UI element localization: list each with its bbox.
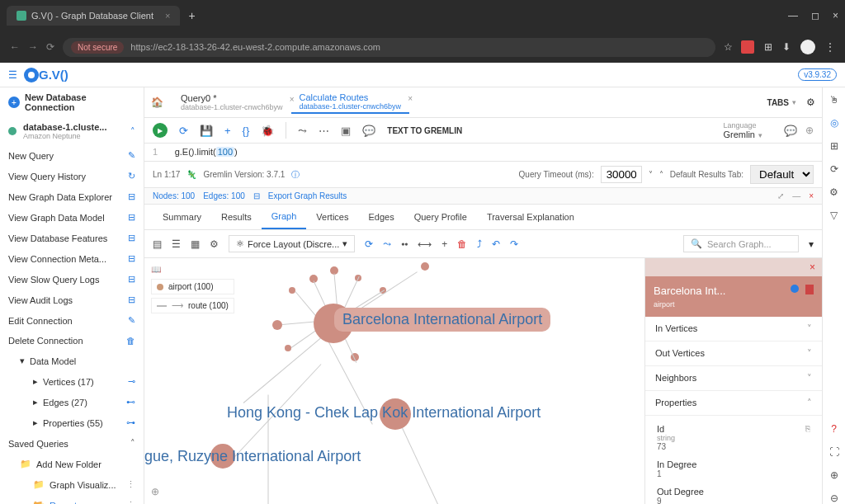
profile-avatar-icon[interactable] (800, 40, 815, 54)
forward-icon[interactable]: → (28, 41, 38, 53)
sidebar-slow-query[interactable]: View Slow Query Logs⊟ (0, 269, 144, 290)
sidebar-data-explorer[interactable]: New Graph Data Explorer⊟ (0, 186, 144, 207)
console-icon[interactable]: ▣ (341, 125, 351, 137)
fit-icon[interactable]: ⟷ (418, 238, 432, 250)
sidebar-audit-logs[interactable]: View Audit Logs⊟ (0, 290, 144, 310)
code-editor[interactable]: 1 g.E().limit(100) (144, 144, 822, 162)
section-properties[interactable]: Properties˄ (645, 391, 822, 416)
tree-edges[interactable]: ▸Edges (27)⊷ (0, 392, 144, 412)
copy-icon[interactable]: ⎘ (805, 424, 810, 433)
default-tab-select[interactable]: Default (750, 165, 814, 184)
menu-icon[interactable]: ⋮ (825, 41, 835, 53)
caret-down-icon[interactable]: ˅ (649, 170, 653, 179)
tab-graph[interactable]: Graph (262, 205, 307, 229)
caret-down-icon[interactable]: ▾ (792, 98, 796, 106)
delete-node-icon[interactable] (805, 285, 814, 294)
dots-icon[interactable]: ⋯ (319, 125, 329, 137)
text-gremlin-icon[interactable]: 💬 (362, 125, 375, 137)
graph-edge[interactable] (400, 423, 450, 504)
tab-traversal-expl[interactable]: Traversal Explanation (477, 205, 584, 228)
help-icon[interactable]: ? (831, 423, 837, 435)
filter-icon[interactable]: ▤ (153, 238, 162, 250)
back-icon[interactable]: ← (10, 41, 20, 53)
reload-icon[interactable]: ⟳ (46, 41, 54, 53)
new-connection-button[interactable]: + New Database Connection (0, 87, 144, 117)
tab-query-profile[interactable]: Query Profile (404, 205, 477, 228)
node-label-hongkong[interactable]: Hong Kong - Chek Lap Kok International A… (227, 404, 541, 422)
graph-node[interactable] (285, 345, 291, 351)
feedback-icon[interactable]: 💬 (784, 125, 797, 137)
sidebar-query-history[interactable]: View Query History↻ (0, 166, 144, 186)
tab-vertices[interactable]: Vertices (306, 205, 358, 228)
export-graph-icon[interactable]: ⤴ (477, 238, 482, 250)
download-icon[interactable]: ⬇ (782, 41, 791, 53)
delete-icon[interactable]: 🗑 (457, 238, 467, 250)
align-icon[interactable]: ☰ (172, 238, 181, 250)
refresh-icon[interactable]: ⟳ (179, 125, 188, 137)
legend-toggle-icon[interactable]: 📖 (151, 265, 234, 274)
settings-icon[interactable]: ⚙ (829, 186, 838, 198)
legend-route[interactable]: ⟶route (100) (151, 298, 234, 313)
bug-icon[interactable]: 🐞 (261, 125, 274, 137)
cursor-icon[interactable]: 🖱 (829, 94, 839, 106)
graph-edge[interactable] (243, 334, 326, 403)
sidebar-connection-meta[interactable]: View Connection Meta...⊟ (0, 248, 144, 269)
gear-icon[interactable]: ⚙ (806, 97, 815, 108)
graph-node[interactable] (272, 320, 282, 330)
layout-select[interactable]: ⚛ Force Layout (Discre... ▾ (229, 235, 355, 252)
caret-up-icon[interactable]: ˄ (659, 170, 663, 179)
sidebar-new-query[interactable]: New Query✎ (0, 145, 144, 166)
fullscreen-icon[interactable]: ⛶ (829, 446, 839, 458)
target-icon[interactable]: ◎ (830, 117, 838, 129)
add-node-icon[interactable]: + (441, 238, 447, 250)
run-button[interactable]: ▶ (153, 123, 168, 138)
tree-properties[interactable]: ▸Properties (55)⊶ (0, 412, 144, 433)
edges-count[interactable]: Edges: 100 (203, 191, 245, 200)
tab-summary[interactable]: Summary (153, 205, 211, 228)
graph-canvas[interactable]: 📖 airport (100) ⟶route (100) Barcelona I (144, 258, 822, 504)
query-tab-1[interactable]: Calculate Routes database-1.cluster-cnwc… (291, 91, 410, 114)
close-icon[interactable]: × (408, 94, 413, 103)
caret-down-icon[interactable]: ▾ (809, 238, 814, 250)
saved-queries-tree[interactable]: Saved Queries ˄ (0, 433, 144, 454)
plus-icon[interactable]: + (224, 125, 231, 137)
palette-icon[interactable]: ▦ (191, 238, 200, 250)
close-panel-icon[interactable]: × (810, 261, 815, 273)
legend-airport[interactable]: airport (100) (151, 279, 234, 294)
refresh-icon[interactable]: ⟳ (830, 163, 838, 175)
chevron-up-icon[interactable]: ˄ (130, 126, 135, 137)
extension-icon[interactable] (741, 40, 754, 54)
braces-icon[interactable]: {} (243, 125, 250, 137)
save-icon[interactable]: 💾 (200, 125, 213, 137)
graph-node[interactable] (289, 287, 295, 294)
tree-vertices[interactable]: ▸Vertices (17)⊸ (0, 371, 144, 392)
menu-icon[interactable]: ⋮ (126, 479, 135, 490)
menu-icon[interactable]: ⋮ (126, 500, 135, 504)
text-to-gremlin-button[interactable]: TEXT TO GREMLIN (387, 126, 462, 135)
star-icon[interactable]: ☆ (724, 41, 733, 53)
crosshair-icon[interactable]: ⊕ (151, 486, 159, 497)
globe-icon[interactable]: ⊕ (805, 125, 814, 137)
sidebar-edit-connection[interactable]: Edit Connection✎ (0, 310, 144, 331)
sidebar-data-model[interactable]: View Graph Data Model⊟ (0, 207, 144, 228)
home-icon[interactable]: 🏠 (151, 97, 172, 108)
section-in-vertices[interactable]: In Vertices˅ (645, 317, 822, 341)
graph-node[interactable] (421, 262, 429, 271)
section-out-vertices[interactable]: Out Vertices˅ (645, 341, 822, 366)
filter-funnel-icon[interactable]: ▽ (830, 210, 838, 221)
tab-results[interactable]: Results (211, 205, 262, 228)
branch-icon[interactable]: ⤳ (298, 125, 307, 137)
relation-icon[interactable] (791, 285, 799, 293)
timeout-input[interactable] (601, 166, 642, 183)
grid-icon[interactable]: ⊞ (830, 140, 838, 152)
section-neighbors[interactable]: Neighbors˅ (645, 366, 822, 391)
node-label-barcelona[interactable]: Barcelona International Airport (334, 308, 550, 332)
browser-tab[interactable]: G.V() - Graph Database Client × (7, 6, 180, 26)
refresh-layout-icon[interactable]: ⟳ (365, 238, 373, 250)
close-window-icon[interactable]: × (833, 10, 838, 21)
tree-icon[interactable]: ⦁⦁ (401, 238, 408, 250)
sidebar-delete-connection[interactable]: Delete Connection🗑 (0, 331, 144, 351)
gear-icon[interactable]: ⚙ (210, 238, 219, 250)
hamburger-icon[interactable]: ☰ (8, 69, 17, 81)
path-icon[interactable]: ⤳ (383, 238, 391, 250)
